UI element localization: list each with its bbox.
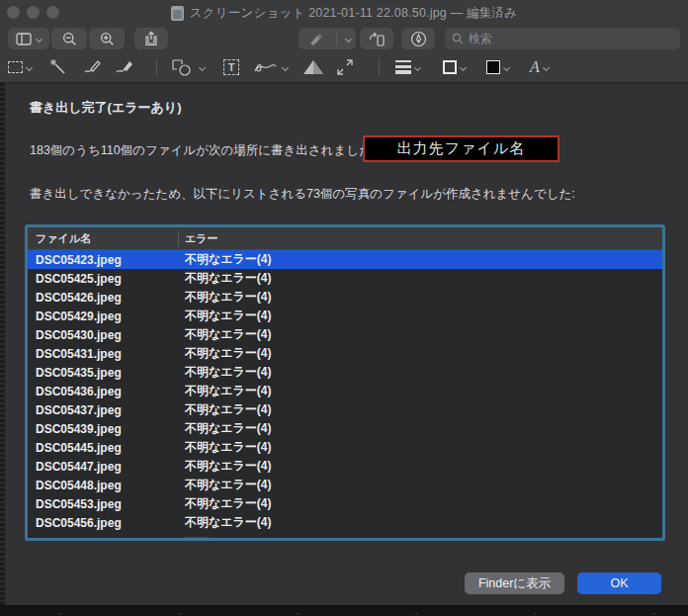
markup-toolbar: T [0, 53, 688, 83]
chevron-down-icon [345, 35, 352, 42]
text-style-button[interactable]: A [530, 53, 549, 81]
zoom-out-icon [62, 32, 77, 46]
image-canvas: 書き出し完了(エラーあり) 183個のうち110個のファイルが次の場所に書き出さ… [0, 83, 688, 616]
table-row[interactable]: DSC05436.jpeg不明なエラー(4) [28, 382, 662, 400]
text-style-a-icon: A [530, 58, 540, 76]
filename-cell: DSC05429.jpeg [28, 309, 178, 323]
table-row[interactable]: DSC05445.jpeg不明なエラー(4) [28, 438, 662, 457]
close-button[interactable] [7, 6, 20, 19]
marker-pen-icon [115, 59, 134, 75]
adjust-size-button[interactable] [336, 53, 354, 81]
table-body: DSC05423.jpeg不明なエラー(4)DSC05425.jpeg不明なエラ… [28, 250, 662, 538]
zoom-out-button[interactable] [51, 28, 87, 49]
text-tool-button[interactable]: T [223, 53, 239, 81]
line-weight-icon [395, 60, 411, 74]
zoom-in-button[interactable] [89, 28, 125, 49]
table-row[interactable]: DSC05431.jpeg不明なエラー(4) [28, 344, 662, 363]
filename-cell: DSC05436.jpeg [28, 385, 178, 398]
error-file-table[interactable]: ファイル名 エラー DSC05423.jpeg不明なエラー(4)DSC05425… [28, 227, 662, 538]
adjust-color-button[interactable] [302, 53, 324, 81]
table-row[interactable]: DSC05425.jpeg不明なエラー(4) [28, 269, 662, 288]
filename-cell: DSC05448.jpeg [28, 479, 178, 492]
sidebar-icon [16, 33, 32, 45]
table-row[interactable]: DSC05447.jpeg不明なエラー(4) [28, 457, 662, 476]
table-header: ファイル名 エラー [28, 227, 662, 250]
chevron-down-icon [460, 63, 467, 70]
filename-cell: DSC05435.jpeg [28, 366, 178, 380]
shapes-tool-button[interactable] [172, 53, 205, 81]
error-cell: 不明なエラー(4) [178, 345, 272, 362]
signature-icon [253, 59, 279, 75]
text-tool-icon: T [223, 59, 239, 75]
filename-cell: DSC05431.jpeg [28, 347, 178, 361]
redacted-destination-label: 出力先ファイル名 [397, 139, 525, 158]
chevron-down-icon [199, 63, 206, 70]
toolbar-divider [379, 58, 380, 76]
minimize-button[interactable] [27, 6, 40, 19]
table-row[interactable]: DSC05437.jpeg不明なエラー(4) [28, 400, 662, 419]
filename-cell: DSC05430.jpeg [28, 328, 178, 342]
markup-toolbar-toggle-button[interactable] [401, 28, 435, 49]
window-title: スクリーンショット 2021-01-11 22.08.50.jpg — 編集済み [190, 5, 517, 22]
sketch-pen-icon [83, 59, 103, 75]
table-row[interactable]: DSC05423.jpeg不明なエラー(4) [28, 250, 662, 269]
exported-summary-text: 183個のうち110個のファイルが次の場所に書き出されました: [30, 142, 375, 159]
table-row-partial[interactable]: 不明なエラー(4) [28, 532, 662, 538]
share-icon [144, 31, 158, 46]
table-row[interactable]: DSC05439.jpeg不明なエラー(4) [28, 419, 662, 438]
error-cell: 不明なエラー(4) [178, 439, 272, 456]
table-row[interactable]: DSC05448.jpeg不明なエラー(4) [28, 476, 662, 494]
highlight-button[interactable] [299, 28, 356, 49]
zoom-in-icon [100, 32, 115, 46]
error-cell: 不明なエラー(4) [178, 251, 272, 268]
sketch-tool-button[interactable] [83, 53, 103, 81]
filename-cell: DSC05423.jpeg [28, 253, 178, 267]
show-in-finder-button[interactable]: Finderに表示 [465, 572, 564, 594]
search-input[interactable]: 検索 [445, 28, 680, 49]
share-button[interactable] [134, 28, 168, 49]
error-cell: 不明なエラー(4) [178, 364, 272, 381]
selection-tool-button[interactable] [8, 53, 32, 81]
highlighter-pen-icon [299, 32, 332, 46]
filename-cell: DSC05439.jpeg [28, 422, 178, 436]
window-chrome: スクリーンショット 2021-01-11 22.08.50.jpg — 編集済み [0, 0, 688, 83]
shape-style-button[interactable] [395, 53, 420, 81]
table-row[interactable]: DSC05456.jpeg不明なエラー(4) [28, 513, 662, 532]
button-divider [336, 32, 337, 45]
column-header-error[interactable]: エラー [178, 231, 218, 246]
sidebar-button[interactable] [8, 28, 49, 49]
table-row[interactable]: DSC05435.jpeg不明なエラー(4) [28, 363, 662, 382]
draw-tool-button[interactable] [115, 53, 134, 81]
chevron-down-icon [414, 63, 421, 70]
table-row[interactable]: DSC05453.jpeg不明なエラー(4) [28, 494, 662, 513]
error-cell: 不明なエラー(4) [178, 289, 272, 306]
table-row[interactable]: DSC05429.jpeg不明なエラー(4) [28, 307, 662, 325]
ok-button[interactable]: OK [577, 572, 661, 594]
column-header-filename[interactable]: ファイル名 [28, 231, 178, 246]
main-toolbar: 検索 [0, 26, 688, 53]
chevron-down-icon [282, 63, 289, 70]
rotate-button[interactable] [360, 28, 393, 49]
fill-color-button[interactable] [486, 53, 509, 81]
traffic-lights [7, 6, 59, 19]
error-cell: 不明なエラー(4) [178, 308, 272, 324]
zoom-window-button[interactable] [46, 6, 59, 19]
error-cell: 不明なエラー(4) [178, 383, 272, 399]
shapes-icon [172, 59, 196, 76]
error-cell: 不明なエラー(4) [178, 401, 272, 418]
error-cell: 不明なエラー(4) [178, 514, 272, 531]
image-left-edge-artifact [0, 83, 5, 605]
sign-tool-button[interactable] [253, 53, 288, 81]
table-row[interactable]: DSC05426.jpeg不明なエラー(4) [28, 288, 662, 307]
toolbar-divider [156, 58, 157, 76]
search-icon [452, 33, 464, 44]
column-divider[interactable] [178, 231, 179, 246]
border-color-button[interactable] [443, 53, 466, 81]
error-cell: 不明なエラー(4) [178, 326, 272, 343]
instant-alpha-button[interactable] [49, 53, 67, 81]
highlight-options-chevron[interactable] [341, 37, 356, 42]
filename-cell: DSC05445.jpeg [28, 441, 178, 455]
error-cell: 不明なエラー(4) [178, 270, 272, 287]
table-row[interactable]: DSC05430.jpeg不明なエラー(4) [28, 325, 662, 344]
preview-window: スクリーンショット 2021-01-11 22.08.50.jpg — 編集済み [0, 0, 688, 616]
